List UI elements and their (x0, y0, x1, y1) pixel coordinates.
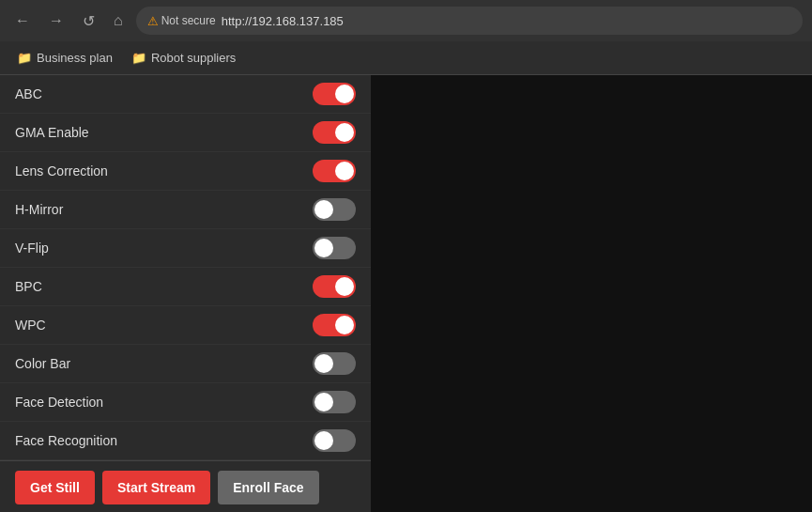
toggle-knob (335, 162, 354, 180)
security-indicator: ⚠ Not secure (147, 14, 216, 28)
bookmark-robot-suppliers[interactable]: 📁 Robot suppliers (124, 47, 243, 69)
setting-label-gma-enable: GMA Enable (15, 125, 89, 140)
enroll-face-button[interactable]: Enroll Face (218, 471, 318, 504)
toggle-knob (314, 239, 333, 257)
toggle-knob (335, 316, 354, 334)
setting-label-face-detection: Face Detection (15, 395, 103, 410)
toggle-knob (335, 277, 354, 296)
setting-row-gma-enable: GMA Enable (0, 114, 371, 152)
setting-label-abc: ABC (15, 86, 42, 101)
setting-row-color-bar: Color Bar (0, 345, 371, 383)
get-still-button[interactable]: Get Still (15, 471, 95, 504)
setting-label-lens-correction: Lens Correction (15, 163, 108, 178)
toggle-knob (335, 85, 354, 103)
setting-row-h-mirror: H-Mirror (0, 191, 371, 229)
settings-list: ABC GMA Enable Lens Correction (0, 75, 371, 460)
toggle-abc[interactable] (313, 83, 356, 105)
setting-row-v-flip: V-Flip (0, 229, 371, 268)
toggle-face-detection[interactable] (313, 391, 356, 413)
forward-button[interactable]: → (43, 8, 69, 33)
bookmark-business-plan[interactable]: 📁 Business plan (9, 47, 120, 69)
start-stream-button[interactable]: Start Stream (102, 471, 210, 504)
home-button[interactable]: ⌂ (108, 8, 129, 33)
folder-icon: 📁 (131, 51, 146, 65)
setting-label-h-mirror: H-Mirror (15, 202, 63, 217)
toggle-face-recognition[interactable] (313, 429, 356, 452)
toggle-knob (314, 200, 333, 219)
main-content: ABC GMA Enable Lens Correction (0, 75, 812, 512)
buttons-area: Get Still Start Stream Enroll Face (0, 460, 371, 512)
toggle-knob (335, 123, 354, 142)
warning-icon: ⚠ (147, 14, 159, 28)
toggle-v-flip[interactable] (313, 237, 356, 259)
bookmarks-bar: 📁 Business plan 📁 Robot suppliers (0, 41, 812, 75)
browser-chrome: ← → ↺ ⌂ ⚠ Not secure http://192.168.137.… (0, 0, 812, 41)
url-text: http://192.168.137.185 (222, 14, 344, 28)
folder-icon: 📁 (17, 51, 32, 65)
video-panel (371, 75, 812, 512)
toggle-wpc[interactable] (313, 314, 356, 336)
setting-row-abc: ABC (0, 75, 371, 114)
setting-label-face-recognition: Face Recognition (15, 433, 117, 448)
setting-label-bpc: BPC (15, 279, 42, 294)
toggle-gma-enable[interactable] (313, 121, 356, 144)
toggle-knob (314, 354, 333, 373)
setting-row-bpc: BPC (0, 268, 371, 306)
setting-label-wpc: WPC (15, 318, 46, 333)
toggle-knob (314, 393, 333, 411)
setting-row-face-detection: Face Detection (0, 383, 371, 422)
toggle-lens-correction[interactable] (313, 160, 356, 182)
back-button[interactable]: ← (9, 8, 36, 33)
setting-row-lens-correction: Lens Correction (0, 152, 371, 191)
toggle-knob (314, 431, 333, 450)
left-panel: ABC GMA Enable Lens Correction (0, 75, 371, 512)
toggle-bpc[interactable] (313, 275, 356, 298)
toggle-h-mirror[interactable] (313, 198, 356, 221)
setting-label-v-flip: V-Flip (15, 240, 49, 256)
toggle-color-bar[interactable] (313, 352, 356, 375)
setting-label-color-bar: Color Bar (15, 356, 70, 371)
setting-row-wpc: WPC (0, 306, 371, 345)
reload-button[interactable]: ↺ (77, 8, 100, 34)
address-bar[interactable]: ⚠ Not secure http://192.168.137.185 (136, 7, 803, 35)
setting-row-face-recognition: Face Recognition (0, 422, 371, 460)
